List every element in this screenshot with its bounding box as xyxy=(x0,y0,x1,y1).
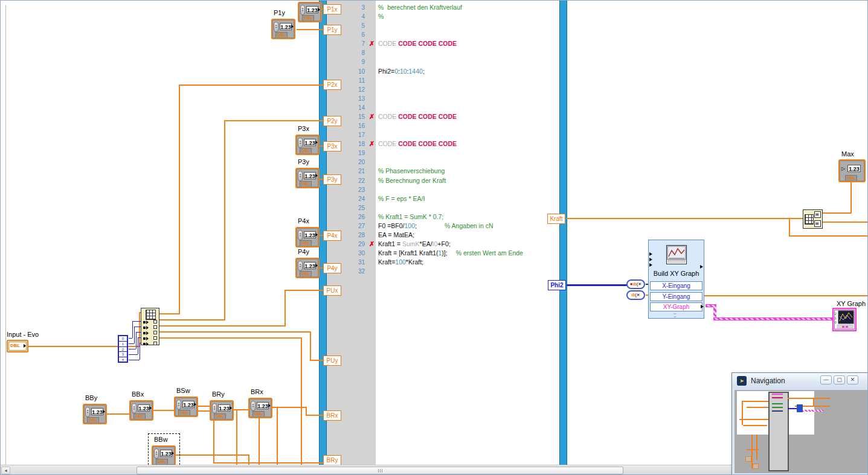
index-input-icon xyxy=(143,321,146,324)
minimap-wire xyxy=(788,408,797,409)
numeric-control-bry[interactable]: ▲▼1.23DBL xyxy=(210,400,234,421)
numeric-control-p4y[interactable]: ▲▼1.23DBL xyxy=(295,258,320,278)
control-label: BBw xyxy=(154,436,168,443)
svg-text:1: 1 xyxy=(835,316,837,320)
code-line: 23 xyxy=(327,185,564,194)
array-max-min-node[interactable]: ▤ ▤ xyxy=(803,209,823,229)
increment-decrement-icon[interactable]: ▲▼ xyxy=(132,403,137,413)
numeric-control-p1y[interactable]: ▲▼1.23DBL xyxy=(271,19,295,39)
control-body: ▲▼1.23DBL xyxy=(297,228,318,246)
code-segment: % Phasenverschiebung xyxy=(378,167,445,174)
navigation-minimap[interactable] xyxy=(735,390,868,473)
control-label: BBy xyxy=(85,394,97,401)
xy-graph-label: XY Graph xyxy=(837,300,866,307)
increment-decrement-icon[interactable]: ▲▼ xyxy=(154,448,159,459)
index-constant[interactable]: 4 xyxy=(119,357,127,362)
index-array-node[interactable] xyxy=(141,308,159,345)
max-indicator[interactable]: ▷ 1.23 DBL xyxy=(838,159,866,182)
maximize-button[interactable]: ▢ xyxy=(834,375,845,384)
terminal-p1x[interactable]: P1x xyxy=(323,4,341,14)
scrollbar-thumb[interactable] xyxy=(137,467,623,474)
input-evo-array-control[interactable]: DBL xyxy=(7,340,28,352)
numeric-control-bsw[interactable]: ▲▼1.23DBL xyxy=(174,397,198,417)
increment-decrement-icon[interactable]: ▲▼ xyxy=(300,5,305,15)
terminal-brx[interactable]: BRx xyxy=(323,410,341,421)
control-body: ▲▼1.23DBL xyxy=(211,401,233,419)
numeric-control-bby[interactable]: ▲▼1.23DBL xyxy=(83,404,107,424)
wire xyxy=(129,343,134,344)
line-number: 26 xyxy=(327,212,365,222)
numeric-control-bbx[interactable]: ▲▼1.23DBL xyxy=(129,400,153,421)
control-out-arrow xyxy=(315,174,318,177)
wire xyxy=(822,212,852,214)
navigation-titlebar[interactable]: ➤ Navigation — ▢ ✕ xyxy=(732,373,868,389)
increment-decrement-icon[interactable]: ▲▼ xyxy=(274,22,278,32)
convert-to-dynamic-y[interactable]: ıb(✕ xyxy=(626,290,645,300)
y-input-row[interactable]: Y-Eingang xyxy=(650,292,702,301)
control-value: 1.23 xyxy=(304,139,316,146)
control-out-arrow xyxy=(315,141,318,144)
terminal-p1y[interactable]: P1y xyxy=(323,25,341,35)
control-out-arrow xyxy=(315,264,318,267)
control-out-arrow xyxy=(291,25,294,28)
increment-decrement-icon[interactable]: ▲▼ xyxy=(251,401,256,411)
increment-decrement-icon[interactable]: ▲▼ xyxy=(85,407,90,417)
navigation-window[interactable]: ➤ Navigation — ▢ ✕ xyxy=(731,372,868,475)
convert-to-dynamic-x[interactable]: ●ıb(✕ xyxy=(626,279,645,289)
code-text: Phi2=0:10:1440; xyxy=(378,67,425,76)
code-line: 14 xyxy=(327,103,564,112)
terminal-bry[interactable]: BRy xyxy=(323,455,341,465)
error-x-icon: ✗ xyxy=(369,112,375,121)
expand-chevron-icon[interactable]: ⌄⌄ xyxy=(673,311,678,317)
terminal-p4x[interactable]: P4x xyxy=(323,231,341,241)
numeric-control-bbw[interactable]: ▲▼1.23DBL xyxy=(152,445,176,466)
code-line: 8 xyxy=(327,48,564,57)
terminal-p2x[interactable]: P2x xyxy=(323,80,341,90)
terminal-pux[interactable]: PUx xyxy=(323,285,341,296)
code-segment: CODE CODE CODE xyxy=(398,140,457,147)
numeric-control-p3x[interactable]: ▲▼1.23DBL xyxy=(295,135,320,155)
terminal-p3x[interactable]: P3x xyxy=(323,141,341,151)
control-out-arrow xyxy=(103,410,105,413)
element-output-icon xyxy=(153,336,157,340)
terminal-p3y[interactable]: P3y xyxy=(323,174,341,185)
element-output-icon xyxy=(153,320,157,324)
increment-decrement-icon[interactable]: ▲▼ xyxy=(176,400,181,410)
index-constant[interactable]: 0 xyxy=(119,336,127,341)
scroll-left-arrow[interactable]: ◂ xyxy=(1,467,10,474)
wire xyxy=(136,332,141,333)
numeric-control-brx[interactable]: ▲▼1.23DBL xyxy=(248,398,272,418)
numeric-control-p1x[interactable]: ▲▼1.23DBL xyxy=(298,2,322,22)
minimize-button[interactable]: — xyxy=(820,375,832,384)
wire xyxy=(159,319,225,320)
increment-decrement-icon[interactable]: ▲▼ xyxy=(298,171,303,181)
increment-decrement-icon[interactable]: ▲▼ xyxy=(298,230,303,240)
terminal-kraft[interactable]: Kraft xyxy=(547,214,565,224)
element-output-icon xyxy=(153,331,157,334)
x-input-row[interactable]: X-Eingang xyxy=(650,281,702,290)
line-number: 25 xyxy=(327,203,365,212)
close-button[interactable]: ✕ xyxy=(847,375,858,384)
terminal-p4y[interactable]: P4y xyxy=(323,263,341,273)
terminal-puy[interactable]: PUy xyxy=(323,355,341,366)
input-stub-icon xyxy=(649,263,652,267)
terminal-p2y[interactable]: P2y xyxy=(323,116,341,126)
increment-decrement-icon[interactable]: ▲▼ xyxy=(212,403,217,413)
index-constants[interactable]: 01234 xyxy=(118,335,128,363)
numeric-control-p3y[interactable]: ▲▼1.23DBL xyxy=(295,168,320,188)
control-label: P4y xyxy=(298,248,309,255)
xy-graph-node-icon xyxy=(666,245,687,264)
build-xy-graph-node[interactable]: Build XY Graph X-Eingang Y-Eingang XY-Gr… xyxy=(648,240,704,319)
code-segment: % ersten Wert am Ende xyxy=(456,249,523,257)
minimap-express-vi xyxy=(797,404,803,412)
xy-graph-indicator[interactable]: 2 1 0 xyxy=(832,308,857,331)
control-type: DBL xyxy=(300,240,312,246)
numeric-control-p4x[interactable]: ▲▼1.23DBL xyxy=(295,227,320,247)
increment-decrement-icon[interactable]: ▲▼ xyxy=(298,261,303,271)
increment-decrement-icon[interactable]: ▲▼ xyxy=(298,138,303,148)
terminal-phi2[interactable]: Phi2 xyxy=(548,280,566,290)
code-segment: +F0; xyxy=(437,240,450,247)
index-input-icon xyxy=(143,332,146,334)
code-line: 25 xyxy=(327,203,564,212)
control-value: 1.23 xyxy=(218,404,230,412)
